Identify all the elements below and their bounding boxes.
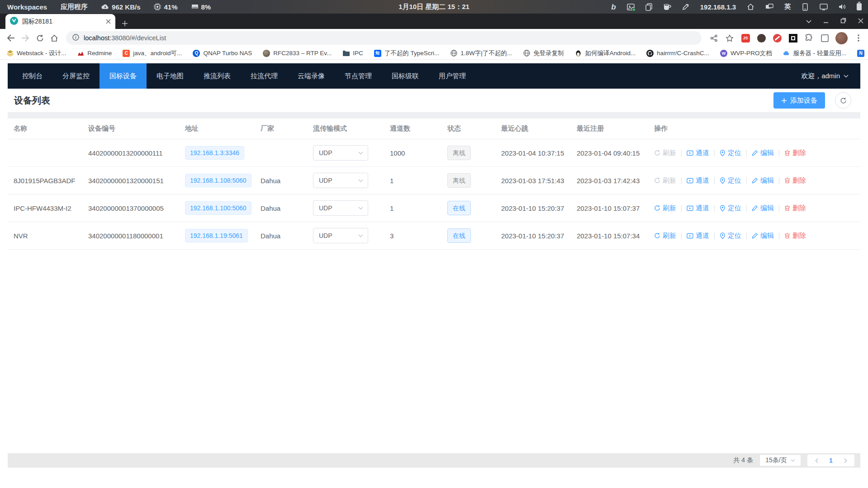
- bookmark-cloud-server[interactable]: 服务器 - 轻量应用...: [783, 49, 846, 57]
- edit-action[interactable]: 编辑: [752, 204, 774, 213]
- refresh-action[interactable]: 刷新: [654, 232, 676, 240]
- locate-action[interactable]: 定位: [720, 149, 741, 157]
- search-tray-icon[interactable]: b: [611, 3, 616, 11]
- workspaces-button[interactable]: Workspaces: [7, 3, 47, 11]
- bookmark-ipc-folder[interactable]: IPC: [342, 50, 363, 57]
- next-page-button[interactable]: [838, 455, 853, 466]
- bookmark-hdatmos[interactable]: N HDAtmos :: 种子 *...: [857, 49, 868, 57]
- nav-item-node-manage[interactable]: 节点管理: [335, 63, 382, 89]
- edit-action[interactable]: 编辑: [752, 149, 774, 157]
- page-number[interactable]: 1: [824, 455, 838, 466]
- stream-mode-select[interactable]: UDP: [313, 200, 368, 216]
- bookmark-zhihu-typescript[interactable]: 知 了不起的 TypeScri...: [374, 49, 440, 57]
- bookmark-star-icon[interactable]: [725, 33, 735, 43]
- extension-square-icon[interactable]: [788, 33, 798, 43]
- caffeine-icon[interactable]: [663, 4, 671, 10]
- nav-item-console[interactable]: 控制台: [12, 63, 52, 89]
- status-dot: [632, 8, 636, 11]
- nav-item-split-monitor[interactable]: 分屏监控: [52, 63, 100, 89]
- address-bar[interactable]: localhost:38080/#/deviceList: [66, 31, 702, 45]
- refresh-list-button[interactable]: [835, 92, 851, 109]
- browser-menu-icon[interactable]: [854, 33, 863, 43]
- delete-action[interactable]: 删除: [784, 149, 806, 157]
- bookmark-wvp-docs[interactable]: W WVP-PRO文档: [720, 49, 772, 57]
- extension-dark-icon[interactable]: [756, 33, 766, 43]
- extension-adblock-icon[interactable]: [772, 33, 782, 43]
- browser-tab[interactable]: 国标28181: [5, 14, 115, 29]
- back-button[interactable]: [5, 32, 17, 44]
- input-method-indicator[interactable]: 英: [784, 3, 791, 11]
- window-restore-icon[interactable]: [840, 17, 846, 25]
- reload-button[interactable]: [33, 32, 46, 44]
- site-info-icon[interactable]: [72, 34, 79, 43]
- delete-action[interactable]: 删除: [784, 204, 806, 213]
- nav-item-user-manage[interactable]: 用户管理: [429, 63, 476, 89]
- locate-action[interactable]: 定位: [720, 232, 741, 240]
- nav-item-pull-proxy[interactable]: 拉流代理: [241, 63, 288, 89]
- ip-address-indicator[interactable]: 192.168.1.3: [700, 3, 736, 11]
- bookmark-csdn[interactable]: C java、android可...: [123, 49, 182, 57]
- new-tab-button[interactable]: [122, 20, 128, 27]
- bookmark-qnap[interactable]: Q QNAP Turbo NAS: [193, 50, 252, 57]
- user-menu[interactable]: 欢迎，admin: [801, 63, 849, 89]
- col-header-operations: 操作: [654, 124, 860, 133]
- battery-icon[interactable]: [857, 3, 862, 10]
- channel-action[interactable]: 通道: [687, 176, 709, 185]
- bookmark-rfc2833[interactable]: RFC2833 – RTP Ev...: [263, 50, 332, 57]
- bookmark-android-build[interactable]: 如何编译Android...: [575, 49, 636, 57]
- home-button[interactable]: [48, 32, 61, 44]
- locate-action[interactable]: 定位: [720, 204, 741, 213]
- plus-icon: [781, 98, 787, 104]
- bookmarks-bar: Webstack - 设计... Redmine C java、android可…: [0, 47, 868, 60]
- nav-item-gb-devices[interactable]: 国标设备: [100, 63, 147, 89]
- bookmark-copy-tool[interactable]: 免登录复制: [523, 49, 564, 57]
- extensions-puzzle-icon[interactable]: [804, 33, 814, 43]
- edit-action[interactable]: 编辑: [752, 176, 774, 185]
- extension-js-icon[interactable]: JS: [740, 33, 750, 43]
- screenshot-tool-icon[interactable]: [627, 4, 635, 10]
- refresh-action[interactable]: 刷新: [654, 204, 676, 213]
- table-empty-area: [8, 250, 860, 453]
- prev-page-button[interactable]: [809, 455, 824, 466]
- clock[interactable]: 1月10日 星期二 15：21: [398, 3, 470, 11]
- home-tray-icon[interactable]: [747, 3, 754, 10]
- stream-mode-select[interactable]: UDP: [313, 228, 368, 243]
- add-device-button[interactable]: 添加设备: [773, 92, 825, 109]
- delete-action[interactable]: 删除: [784, 232, 806, 240]
- bookmark-article-1[interactable]: 1.8W字|了不起的...: [450, 49, 512, 57]
- device-heartbeat: 2023-01-04 10:37:15: [501, 149, 577, 157]
- workspaces-switcher-icon[interactable]: [765, 3, 773, 10]
- volume-icon[interactable]: [839, 4, 846, 10]
- stream-mode-select[interactable]: UDP: [313, 145, 368, 161]
- nav-item-gb-cascade[interactable]: 国标级联: [382, 63, 429, 89]
- page-size-select[interactable]: 15条/页: [759, 455, 801, 466]
- color-picker-icon[interactable]: [682, 3, 689, 10]
- channel-action[interactable]: 通道: [687, 232, 709, 240]
- delete-action[interactable]: 删除: [784, 176, 806, 185]
- extension-frame-icon[interactable]: [820, 33, 830, 43]
- nav-item-push-list[interactable]: 推流列表: [194, 63, 241, 89]
- channel-action[interactable]: 通道: [687, 204, 709, 213]
- share-icon[interactable]: [709, 33, 719, 43]
- window-close-icon[interactable]: [858, 17, 863, 25]
- clipboard-icon[interactable]: [645, 3, 652, 11]
- bookmark-webstack[interactable]: Webstack - 设计...: [6, 49, 66, 57]
- bookmark-github[interactable]: hairrrrr/C-CrashC...: [646, 50, 709, 57]
- channel-icon: [687, 178, 693, 184]
- locate-action[interactable]: 定位: [720, 176, 741, 185]
- nav-item-cloud-record[interactable]: 云端录像: [288, 63, 335, 89]
- edit-action[interactable]: 编辑: [752, 232, 774, 240]
- forward-button[interactable]: [19, 32, 32, 44]
- chevron-right-icon: [844, 458, 847, 463]
- nav-item-e-map[interactable]: 电子地图: [147, 63, 194, 89]
- stream-mode-select[interactable]: UDP: [313, 173, 368, 188]
- phone-link-icon[interactable]: [802, 3, 809, 11]
- bookmark-redmine[interactable]: Redmine: [77, 50, 112, 57]
- tab-search-icon[interactable]: [806, 17, 811, 25]
- channel-action[interactable]: 通道: [687, 149, 709, 157]
- window-minimize-icon[interactable]: [823, 17, 829, 25]
- applications-menu[interactable]: 应用程序: [61, 3, 88, 11]
- profile-avatar[interactable]: [835, 32, 848, 44]
- display-icon[interactable]: [820, 4, 828, 10]
- tab-close-icon[interactable]: [106, 19, 111, 24]
